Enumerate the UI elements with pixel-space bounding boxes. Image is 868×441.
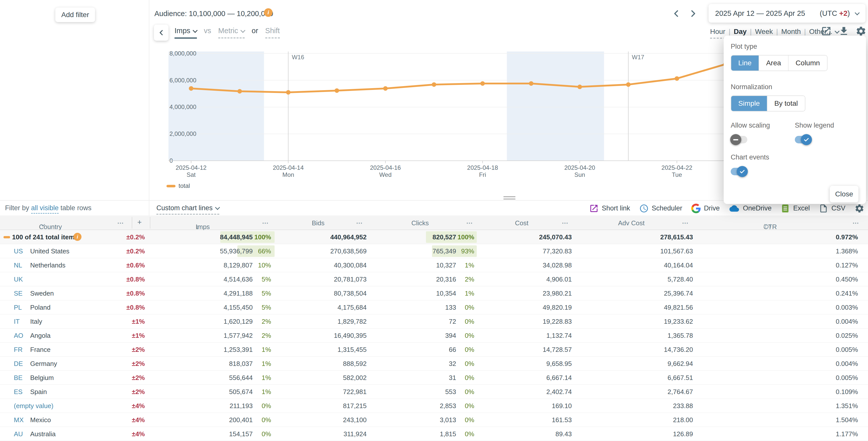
table-row[interactable]: AO Angola i ±1% 1,577,942 2% 16,490,395 … [0, 329, 868, 343]
download-icon[interactable] [838, 26, 849, 37]
panel-divider [149, 0, 149, 200]
table-row[interactable]: DE Germany i ±2% 818,037 1% 888,592 32 0… [0, 357, 868, 371]
ctr-value: 0.109% [836, 388, 858, 396]
plot-type-column-button[interactable]: Column [788, 56, 827, 71]
column-menu-icon[interactable]: ⋯ [466, 219, 473, 227]
table-row[interactable]: PL Poland i ±0.8% 4,155,450 5% 4,175,684… [0, 300, 868, 314]
imps-percent: 1% [261, 360, 271, 368]
onedrive-button[interactable]: OneDrive [729, 204, 771, 213]
ctr-value: 0.127% [836, 262, 858, 269]
clicks-value: 72 [449, 318, 456, 326]
plot-type-line-button[interactable]: Line [731, 56, 758, 71]
clicks-value: 10,354 [436, 290, 456, 297]
filter-scope-link[interactable]: all visible [31, 204, 59, 214]
short-link-button[interactable]: Short link [589, 204, 630, 213]
add-filter-button[interactable]: Add filter [55, 7, 95, 22]
adv-cost-value: 40,164.04 [664, 262, 693, 269]
normalization-by-total-button[interactable]: By total [767, 96, 805, 111]
table-row[interactable]: FR France i ±2% 1,253,391 1% 1,315,455 6… [0, 343, 868, 357]
column-menu-icon[interactable]: ⋯ [117, 219, 124, 227]
date-range-picker[interactable]: 2025 Apr 12 — 2025 Apr 25 (UTC +2) [709, 4, 866, 23]
column-menu-icon[interactable]: ⋯ [356, 219, 363, 227]
country-name: 100 of 241 total items [12, 233, 78, 241]
sampling-error: ±4% [132, 402, 145, 410]
table-body: 100 of 241 total items i ±0.2% 84,448,94… [0, 230, 868, 441]
allow-scaling-label: Allow scaling [731, 122, 795, 129]
cost-value: 89.43 [555, 430, 572, 438]
granularity-hour[interactable]: Hour [710, 28, 725, 39]
ctr-value: 0.005% [836, 374, 858, 382]
clicks-value: 133 [445, 304, 456, 311]
table-row[interactable]: NL Netherlands i ±0.6% 8,129,807 10% 40,… [0, 258, 868, 272]
column-menu-icon[interactable]: ⋯ [852, 219, 860, 227]
imps-percent: 5% [261, 304, 271, 311]
svg-text:Sat: Sat [187, 171, 196, 178]
column-cost[interactable]: Cost [515, 219, 528, 227]
chart-pan-left-button[interactable] [154, 25, 168, 41]
adv-cost-value: 2,764.67 [668, 388, 693, 396]
shift-dropdown[interactable]: Shift [265, 27, 280, 38]
sampling-error: ±0.8% [126, 290, 145, 297]
action-label: Drive [704, 204, 720, 212]
clicks-percent: 2% [465, 275, 474, 283]
column-adv-cost[interactable]: Adv Cost [618, 219, 645, 227]
table-row[interactable]: UK i ±0.8% 4,514,636 5% 20,781,073 20,31… [0, 272, 868, 286]
plot-type-area-button[interactable]: Area [758, 56, 788, 71]
cost-value: 169.10 [552, 402, 572, 410]
adv-cost-value: 25,396.74 [664, 290, 693, 297]
table-row[interactable]: (empty value) i ±4% 211,193 0% 817,215 2… [0, 399, 868, 413]
ctr-value: 1.177% [836, 430, 858, 438]
toggle-knob [730, 134, 741, 145]
cloud-icon [729, 204, 740, 213]
secondary-metric-dropdown[interactable]: Metric [218, 27, 245, 38]
country-code: DE [14, 360, 23, 368]
table-row[interactable]: MX Mexico i ±4% 200,401 0% 243,100 3,013… [0, 413, 868, 427]
imps-percent: 1% [261, 346, 271, 353]
next-range-button[interactable] [687, 8, 699, 20]
table-row[interactable]: US United States i ±0.2% 55,936,799 66% … [0, 244, 868, 258]
table-row[interactable]: IT Italy i ±1% 1,620,129 2% 1,829,782 72… [0, 314, 868, 329]
table-settings-gear-icon[interactable] [855, 203, 865, 213]
scheduler-button[interactable]: Scheduler [639, 204, 682, 213]
column-menu-icon[interactable]: ⋯ [262, 219, 269, 227]
audience-info-icon[interactable]: i [264, 8, 273, 17]
chevron-left-icon [157, 28, 165, 37]
bids-value: 582,002 [343, 374, 367, 382]
google-drive-button[interactable]: Drive [691, 204, 720, 213]
primary-metric-dropdown[interactable]: Imps [175, 27, 197, 39]
cost-value: 14,728.57 [542, 346, 572, 353]
table-row[interactable]: ES Spain i ±2% 505,674 1% 722,981 553 0%… [0, 385, 868, 399]
normalization-simple-button[interactable]: Simple [731, 96, 767, 111]
action-label: Short link [602, 204, 630, 212]
table-row[interactable]: AU Australia i ±4% 154,157 0% 311,924 1,… [0, 427, 868, 441]
country-code: (empty value) [14, 402, 54, 410]
add-column-button[interactable]: + [137, 218, 142, 227]
country-code: SE [14, 290, 23, 297]
column-clicks[interactable]: Clicks [411, 219, 429, 227]
column-menu-icon[interactable]: ⋯ [682, 219, 689, 227]
column-menu-icon[interactable]: ⋯ [562, 219, 569, 227]
chart-events-toggle[interactable] [731, 168, 747, 175]
total-dash-icon [3, 236, 10, 238]
table-row[interactable]: SE Sweden i ±0.8% 4,291,188 5% 80,738,50… [0, 286, 868, 300]
table-row[interactable]: 100 of 241 total items i ±0.2% 84,448,94… [0, 230, 868, 244]
open-in-new-icon[interactable] [821, 26, 832, 37]
excel-export-button[interactable]: Excel [780, 204, 810, 213]
allow-scaling-toggle[interactable] [731, 136, 747, 143]
audience-filter-summary[interactable]: Audience: 10,100,000 — 10,200,000 [154, 9, 273, 18]
close-button[interactable]: Close [830, 186, 859, 202]
chart-settings-gear-icon[interactable] [856, 26, 867, 37]
previous-range-button[interactable] [670, 8, 682, 20]
csv-export-button[interactable]: CSV [819, 204, 845, 213]
show-legend-toggle[interactable] [795, 136, 811, 143]
adv-cost-value: 49,821.56 [664, 304, 693, 311]
table-row[interactable]: BE Belgium i ±2% 556,644 1% 582,002 31 0… [0, 371, 868, 385]
svg-text:Tue: Tue [672, 171, 682, 178]
clicks-percent: 0% [465, 402, 474, 410]
column-bids[interactable]: Bids [312, 219, 324, 227]
country-name: Mexico [30, 416, 51, 424]
ctr-value: 0.972% [836, 233, 858, 241]
info-icon[interactable]: i [73, 233, 82, 241]
custom-chart-lines-dropdown[interactable]: Custom chart lines [156, 204, 219, 215]
ctr-value: 0.450% [836, 275, 858, 283]
